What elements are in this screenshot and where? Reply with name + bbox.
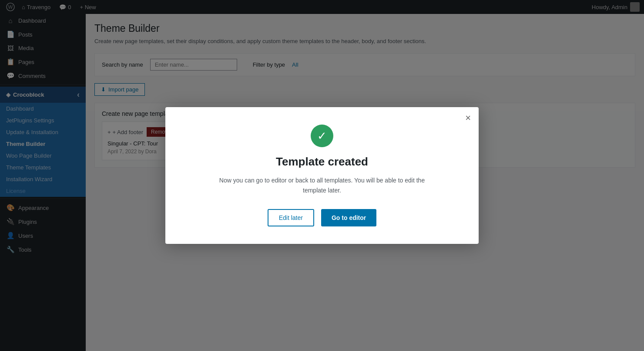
success-icon: ✓ <box>311 125 333 147</box>
modal-description: Now you can go to editor or back to all … <box>213 176 431 195</box>
edit-later-button[interactable]: Edit later <box>268 209 314 226</box>
modal-dialog: × ✓ Template created Now you can go to e… <box>165 107 479 244</box>
go-to-editor-button[interactable]: Go to editor <box>321 209 376 226</box>
modal-title: Template created <box>187 155 457 169</box>
modal-overlay: × ✓ Template created Now you can go to e… <box>0 0 644 351</box>
modal-close-button[interactable]: × <box>465 113 471 123</box>
modal-actions: Edit later Go to editor <box>187 209 457 226</box>
